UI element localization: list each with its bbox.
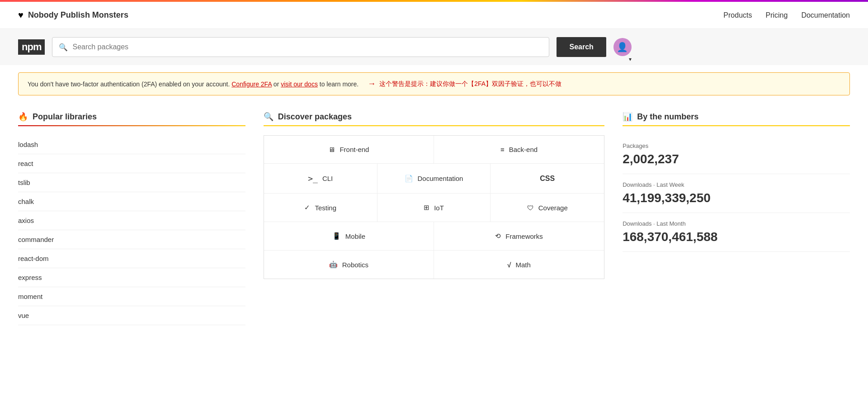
pkg-row-5: 🤖 Robotics √ Math: [264, 251, 604, 279]
frontend-label: Front-end: [340, 146, 369, 153]
downloads-month-label: Downloads · Last Month: [623, 220, 850, 227]
search-icon: 🔍: [59, 43, 68, 52]
discover-divider: [264, 125, 604, 126]
discover-header: 🔍 Discover packages: [264, 112, 604, 122]
iot-icon: ⊞: [424, 204, 429, 212]
search-input[interactable]: [72, 43, 542, 51]
discover-section: 🔍 Discover packages 🖥 Front-end ≡ Back-e…: [264, 112, 604, 325]
brand-logo[interactable]: ♥ Nobody Publish Monsters: [18, 10, 128, 20]
avatar-dropdown-icon: ▾: [629, 56, 632, 62]
visit-docs-link[interactable]: visit our docs: [281, 80, 318, 88]
lib-react-dom[interactable]: react-dom: [18, 249, 245, 268]
cli-icon: >_: [308, 174, 318, 183]
robotics-label: Robotics: [342, 261, 368, 269]
math-icon: √: [507, 261, 511, 269]
mobile-label: Mobile: [345, 232, 365, 240]
search-section: npm 🔍 Search 👤 ▾: [0, 29, 868, 65]
coverage-icon: 🛡: [527, 204, 534, 212]
stat-packages: Packages 2,002,237: [623, 135, 850, 174]
pkg-testing[interactable]: ✓ Testing: [264, 194, 377, 222]
nav-documentation[interactable]: Documentation: [801, 11, 850, 19]
pkg-row-1: 🖥 Front-end ≡ Back-end: [264, 136, 604, 164]
stats-section: 📊 By the numbers Packages 2,002,237 Down…: [623, 112, 850, 325]
pkg-frameworks[interactable]: ⟲ Frameworks: [434, 222, 604, 250]
math-label: Math: [516, 261, 531, 269]
mobile-icon: 📱: [332, 232, 341, 240]
pkg-css[interactable]: CSS CSS: [491, 164, 604, 193]
search-discover-icon: 🔍: [264, 112, 274, 122]
stats-title: By the numbers: [637, 112, 698, 122]
chart-icon: 📊: [623, 112, 632, 122]
downloads-month-value: 168,370,461,588: [623, 230, 850, 244]
pkg-frontend[interactable]: 🖥 Front-end: [264, 136, 434, 163]
stats-divider: [623, 125, 850, 126]
pkg-cli[interactable]: >_ CLI: [264, 164, 377, 193]
robotics-icon: 🤖: [329, 260, 338, 269]
arrow-icon: →: [368, 79, 376, 89]
popular-libraries-divider: [18, 125, 245, 126]
discover-grid: 🖥 Front-end ≡ Back-end >_ CLI 📄 Document…: [264, 135, 604, 279]
npm-logo: npm: [18, 39, 45, 55]
popular-libraries-title: Popular libraries: [33, 112, 97, 122]
pkg-row-3: ✓ Testing ⊞ IoT 🛡 Coverage: [264, 194, 604, 222]
stat-downloads-month: Downloads · Last Month 168,370,461,588: [623, 213, 850, 252]
testing-icon: ✓: [304, 204, 310, 212]
search-button[interactable]: Search: [557, 37, 606, 57]
main-content: 🔥 Popular libraries lodash react tslib c…: [0, 103, 868, 343]
pkg-backend[interactable]: ≡ Back-end: [434, 136, 604, 163]
discover-title: Discover packages: [278, 112, 352, 122]
popular-libraries-header: 🔥 Popular libraries: [18, 112, 245, 122]
avatar[interactable]: 👤 ▾: [613, 38, 632, 56]
lib-express[interactable]: express: [18, 268, 245, 287]
lib-tslib[interactable]: tslib: [18, 173, 245, 192]
backend-label: Back-end: [509, 146, 538, 153]
warning-banner: You don't have two-factor authentication…: [18, 72, 850, 95]
flame-icon: 🔥: [18, 112, 28, 122]
main-nav: ♥ Nobody Publish Monsters Products Prici…: [0, 2, 868, 29]
pkg-coverage[interactable]: 🛡 Coverage: [491, 194, 604, 222]
warning-annotation: → 这个警告是提示：建议你做一个【2FA】双因子验证，也可以不做: [368, 79, 561, 89]
frontend-icon: 🖥: [328, 146, 335, 153]
lib-chalk[interactable]: chalk: [18, 192, 245, 211]
docs-icon: 📄: [405, 175, 413, 183]
lib-commander[interactable]: commander: [18, 230, 245, 249]
backend-icon: ≡: [500, 146, 505, 153]
pkg-math[interactable]: √ Math: [434, 251, 604, 279]
packages-value: 2,002,237: [623, 152, 850, 166]
library-list: lodash react tslib chalk axios commander…: [18, 135, 245, 325]
pkg-mobile[interactable]: 📱 Mobile: [264, 222, 434, 250]
brand-name: Nobody Publish Monsters: [28, 10, 128, 20]
lib-axios[interactable]: axios: [18, 211, 245, 230]
popular-libraries-section: 🔥 Popular libraries lodash react tslib c…: [18, 112, 245, 325]
downloads-week-label: Downloads · Last Week: [623, 181, 850, 188]
nav-products[interactable]: Products: [723, 11, 752, 19]
configure-2fa-link[interactable]: Configure 2FA: [231, 80, 272, 88]
downloads-week-value: 41,199,339,250: [623, 191, 850, 205]
css-icon: CSS: [540, 175, 555, 183]
stat-downloads-week: Downloads · Last Week 41,199,339,250: [623, 174, 850, 213]
cli-label: CLI: [322, 175, 333, 182]
testing-label: Testing: [315, 204, 336, 212]
nav-links: Products Pricing Documentation: [723, 11, 850, 19]
nav-pricing[interactable]: Pricing: [765, 11, 788, 19]
pkg-documentation[interactable]: 📄 Documentation: [377, 164, 491, 193]
lib-react[interactable]: react: [18, 154, 245, 173]
frameworks-icon: ⟲: [495, 232, 501, 240]
pkg-row-4: 📱 Mobile ⟲ Frameworks: [264, 222, 604, 251]
lib-lodash[interactable]: lodash: [18, 135, 245, 154]
pkg-iot[interactable]: ⊞ IoT: [377, 194, 491, 222]
coverage-label: Coverage: [538, 204, 568, 212]
search-box: 🔍: [52, 37, 549, 57]
annotation-text: 这个警告是提示：建议你做一个【2FA】双因子验证，也可以不做: [379, 80, 561, 88]
frameworks-label: Frameworks: [505, 232, 543, 240]
packages-label: Packages: [623, 142, 850, 149]
iot-label: IoT: [434, 204, 444, 212]
pkg-row-2: >_ CLI 📄 Documentation CSS CSS: [264, 164, 604, 194]
lib-moment[interactable]: moment: [18, 287, 245, 306]
lib-vue[interactable]: vue: [18, 306, 245, 325]
heart-icon: ♥: [18, 10, 24, 20]
warning-text: You don't have two-factor authentication…: [28, 80, 359, 88]
stats-header: 📊 By the numbers: [623, 112, 850, 122]
pkg-robotics[interactable]: 🤖 Robotics: [264, 251, 434, 279]
docs-label: Documentation: [418, 175, 463, 182]
